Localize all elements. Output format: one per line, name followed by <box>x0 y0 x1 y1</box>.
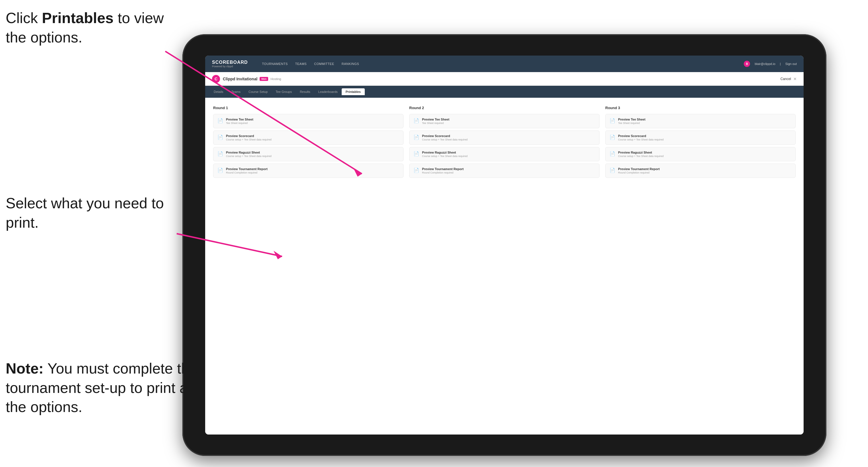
card-subtitle: Tee Sheet required <box>618 122 646 125</box>
tournament-logo: C <box>212 75 220 83</box>
round-1-title: Round 1 <box>213 106 404 110</box>
sub-header-right: Cancel ✕ <box>780 76 797 81</box>
scorecard-icon: 📄 <box>610 134 615 140</box>
tournament-name: Clippd Invitational <box>223 76 257 81</box>
scoreboard-label: SCOREBOARD <box>212 60 248 65</box>
scorecard-icon: 📄 <box>217 134 223 140</box>
card-title: Preview Raguzzi Sheet <box>226 151 272 154</box>
raguzzi-icon: 📄 <box>217 151 223 156</box>
annotation-bottom: Note: You must complete the tournament s… <box>6 359 199 417</box>
nav-teams[interactable]: TEAMS <box>292 61 309 67</box>
round-1-scorecard[interactable]: 📄 Preview Scorecard Course setup + Tee S… <box>213 130 404 145</box>
top-nav-right: B blair@clippd.io | Sign out <box>744 61 797 67</box>
report-icon: 📄 <box>610 167 615 173</box>
tab-tee-groups[interactable]: Tee Groups <box>272 88 296 95</box>
report-icon: 📄 <box>217 167 223 173</box>
card-title: Preview Tournament Report <box>618 167 660 171</box>
card-title: Preview Tee Sheet <box>226 118 253 121</box>
card-title: Preview Tee Sheet <box>618 118 646 121</box>
scorecard-icon: 📄 <box>413 134 419 140</box>
top-nav-links: TOURNAMENTS TEAMS COMMITTEE RANKINGS <box>259 61 744 67</box>
round-2-tournament-report[interactable]: 📄 Preview Tournament Report Round Comple… <box>409 163 599 178</box>
tablet-screen: SCOREBOARD Powered by clippd TOURNAMENTS… <box>205 56 804 435</box>
card-title: Preview Tee Sheet <box>422 118 450 121</box>
nav-rankings[interactable]: RANKINGS <box>339 61 362 67</box>
user-email: blair@clippd.io <box>754 62 775 65</box>
card-subtitle: Course setup + Tee Sheet data required <box>618 138 664 141</box>
round-2-column: Round 2 📄 Preview Tee Sheet Tee Sheet re… <box>409 106 599 178</box>
card-subtitle: Round Completion required <box>618 171 660 174</box>
cancel-x[interactable]: ✕ <box>793 76 797 81</box>
card-subtitle: Round Completion required <box>226 171 268 174</box>
card-subtitle: Round Completion required <box>422 171 464 174</box>
card-title: Preview Raguzzi Sheet <box>422 151 468 154</box>
tab-course-setup[interactable]: Course Setup <box>245 88 272 95</box>
card-title: Preview Scorecard <box>618 134 664 137</box>
nav-tournaments[interactable]: TOURNAMENTS <box>259 61 291 67</box>
card-subtitle: Course setup + Tee Sheet data required <box>422 155 468 158</box>
main-content: Round 1 📄 Preview Tee Sheet Tee Sheet re… <box>205 98 804 435</box>
round-3-tee-sheet[interactable]: 📄 Preview Tee Sheet Tee Sheet required <box>605 114 796 128</box>
sub-header: C Clippd Invitational Men Hosting Cancel… <box>205 72 804 86</box>
tee-sheet-icon: 📄 <box>413 118 419 123</box>
round-3-tournament-report[interactable]: 📄 Preview Tournament Report Round Comple… <box>605 163 796 178</box>
round-1-cards: 📄 Preview Tee Sheet Tee Sheet required 📄… <box>213 114 404 178</box>
card-title: Preview Scorecard <box>422 134 468 137</box>
powered-by-label: Powered by clippd <box>212 65 248 68</box>
card-subtitle: Course setup + Tee Sheet data required <box>422 138 468 141</box>
round-2-title: Round 2 <box>409 106 599 110</box>
cancel-button[interactable]: Cancel <box>780 77 791 81</box>
card-subtitle: Course setup + Tee Sheet data required <box>226 138 272 141</box>
separator: | <box>780 62 781 65</box>
report-icon: 📄 <box>413 167 419 173</box>
tee-sheet-icon: 📄 <box>217 118 223 123</box>
annotation-bottom-note: Note: <box>6 360 43 377</box>
tab-leaderboards[interactable]: Leaderboards <box>314 88 342 95</box>
tab-details[interactable]: Details <box>210 88 227 95</box>
card-title: Preview Raguzzi Sheet <box>618 151 664 154</box>
tournament-status: Hosting <box>271 77 281 81</box>
tab-results[interactable]: Results <box>296 88 314 95</box>
raguzzi-icon: 📄 <box>610 151 615 156</box>
tablet-shell: SCOREBOARD Powered by clippd TOURNAMENTS… <box>182 34 827 456</box>
card-subtitle: Course setup + Tee Sheet data required <box>618 155 664 158</box>
rounds-container: Round 1 📄 Preview Tee Sheet Tee Sheet re… <box>213 106 796 178</box>
round-3-scorecard[interactable]: 📄 Preview Scorecard Course setup + Tee S… <box>605 130 796 145</box>
sign-out-link[interactable]: Sign out <box>785 62 797 65</box>
round-2-scorecard[interactable]: 📄 Preview Scorecard Course setup + Tee S… <box>409 130 599 145</box>
round-1-column: Round 1 📄 Preview Tee Sheet Tee Sheet re… <box>213 106 404 178</box>
card-subtitle: Course setup + Tee Sheet data required <box>226 155 272 158</box>
round-1-tee-sheet[interactable]: 📄 Preview Tee Sheet Tee Sheet required <box>213 114 404 128</box>
round-2-tee-sheet[interactable]: 📄 Preview Tee Sheet Tee Sheet required <box>409 114 599 128</box>
annotation-top-bold: Printables <box>42 10 114 26</box>
round-3-column: Round 3 📄 Preview Tee Sheet Tee Sheet re… <box>605 106 796 178</box>
round-1-tournament-report[interactable]: 📄 Preview Tournament Report Round Comple… <box>213 163 404 178</box>
card-title: Preview Tournament Report <box>226 167 268 171</box>
top-nav: SCOREBOARD Powered by clippd TOURNAMENTS… <box>205 56 804 72</box>
tab-printables[interactable]: Printables <box>342 88 365 95</box>
card-title: Preview Tournament Report <box>422 167 464 171</box>
round-3-raguzzi[interactable]: 📄 Preview Raguzzi Sheet Course setup + T… <box>605 147 796 161</box>
raguzzi-icon: 📄 <box>413 151 419 156</box>
card-subtitle: Tee Sheet required <box>226 122 253 125</box>
card-title: Preview Scorecard <box>226 134 272 137</box>
round-1-raguzzi[interactable]: 📄 Preview Raguzzi Sheet Course setup + T… <box>213 147 404 161</box>
round-2-raguzzi[interactable]: 📄 Preview Raguzzi Sheet Course setup + T… <box>409 147 599 161</box>
nav-committee[interactable]: COMMITTEE <box>311 61 337 67</box>
tournament-badge: Men <box>259 77 268 81</box>
annotation-middle: Select what you need to print. <box>6 194 182 232</box>
brand: SCOREBOARD Powered by clippd <box>212 60 248 68</box>
round-2-cards: 📄 Preview Tee Sheet Tee Sheet required 📄… <box>409 114 599 178</box>
round-3-cards: 📄 Preview Tee Sheet Tee Sheet required 📄… <box>605 114 796 178</box>
tab-teams[interactable]: Teams <box>227 88 245 95</box>
card-subtitle: Tee Sheet required <box>422 122 450 125</box>
round-3-title: Round 3 <box>605 106 796 110</box>
tab-bar: Details Teams Course Setup Tee Groups Re… <box>205 86 804 98</box>
user-avatar: B <box>744 61 750 67</box>
annotation-top: Click Printables to view the options. <box>6 8 171 47</box>
tee-sheet-icon: 📄 <box>610 118 615 123</box>
